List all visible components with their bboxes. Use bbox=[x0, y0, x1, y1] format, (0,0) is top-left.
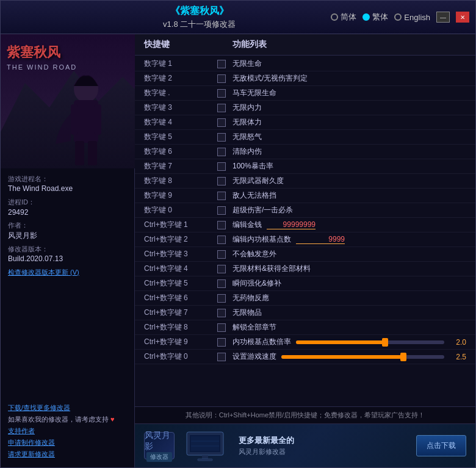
banner-logo-text: 风灵月影 bbox=[145, 430, 174, 452]
svg-rect-6 bbox=[75, 141, 84, 165]
hotkey-row: Ctrl+数字键 6无药物反應 bbox=[135, 291, 475, 306]
hotkey-func: 无药物反應 bbox=[233, 293, 466, 303]
hotkey-check bbox=[217, 309, 233, 317]
hotkey-func-label: 无限体力 bbox=[233, 117, 262, 128]
hotkey-func-label: 无限内力 bbox=[233, 103, 262, 113]
hotkey-check bbox=[217, 118, 233, 127]
hotkey-checkbox[interactable] bbox=[217, 104, 226, 112]
hotkey-checkbox[interactable] bbox=[217, 221, 226, 229]
process-label: 游戏进程名： bbox=[8, 175, 127, 184]
hotkey-func-label: 解锁全部章节 bbox=[233, 322, 276, 333]
title-right: 简体 繁体 English — ✕ bbox=[331, 12, 469, 23]
author-info: 作者： 风灵月影 bbox=[8, 221, 127, 240]
hotkey-check bbox=[217, 323, 233, 332]
hotkey-key: Ctrl+数字键 5 bbox=[144, 278, 217, 289]
title-bar: 《紫塞秋风》 v1.8 二十一项修改器 简体 繁体 English — ✕ bbox=[1, 1, 475, 34]
author-label: 作者： bbox=[8, 221, 127, 230]
download-link[interactable]: 下载/查找更多修改器 bbox=[8, 403, 127, 412]
hotkey-checkbox[interactable] bbox=[217, 236, 226, 244]
hotkey-check bbox=[217, 236, 233, 244]
hotkey-check bbox=[217, 279, 233, 288]
hotkey-row: Ctrl+数字键 1编辑金钱 bbox=[135, 218, 475, 232]
hotkey-func: 解锁全部章节 bbox=[233, 322, 466, 333]
hotkey-checkbox[interactable] bbox=[217, 353, 226, 361]
hotkey-input[interactable] bbox=[267, 220, 316, 229]
hotkey-header: 快捷键 功能列表 bbox=[135, 34, 475, 56]
banner-logo: 风灵月影 修改器 bbox=[144, 432, 175, 459]
lang-simplified[interactable]: 简体 bbox=[331, 12, 356, 23]
hotkey-checkbox[interactable] bbox=[217, 74, 226, 83]
svg-rect-14 bbox=[198, 459, 212, 461]
hotkey-key: Ctrl+数字键 3 bbox=[144, 249, 217, 259]
slider-thumb[interactable] bbox=[400, 353, 406, 361]
hotkey-checkbox[interactable] bbox=[217, 309, 226, 317]
support-link[interactable]: 支持作者 bbox=[8, 427, 127, 436]
request-link[interactable]: 申请制作修改器 bbox=[8, 438, 127, 447]
hotkey-checkbox[interactable] bbox=[217, 338, 226, 347]
hotkey-checkbox[interactable] bbox=[217, 162, 226, 171]
hotkey-key: 数字键 . bbox=[144, 88, 217, 98]
hotkey-checkbox[interactable] bbox=[217, 265, 226, 273]
hotkey-check bbox=[217, 353, 233, 361]
lang-english[interactable]: English bbox=[394, 13, 430, 22]
hotkey-checkbox[interactable] bbox=[217, 250, 226, 259]
hotkey-checkbox[interactable] bbox=[217, 294, 226, 303]
hotkey-row: 数字键 9敌人无法格挡 bbox=[135, 189, 475, 203]
banner-pc-icon bbox=[181, 429, 229, 463]
hotkey-checkbox[interactable] bbox=[217, 133, 226, 142]
hotkey-row: 数字键 2无敌模式/无视伤害判定 bbox=[135, 71, 475, 86]
hotkey-key: Ctrl+数字键 0 bbox=[144, 351, 217, 362]
lang-traditional[interactable]: 繁体 bbox=[362, 12, 388, 23]
hotkey-func: 无限生命 bbox=[233, 59, 466, 69]
hotkey-checkbox[interactable] bbox=[217, 89, 226, 98]
hotkey-func-label: 无药物反應 bbox=[233, 293, 269, 303]
banner-subtitle: 风灵月影修改器 bbox=[239, 447, 407, 456]
lang-traditional-label: 繁体 bbox=[372, 12, 388, 23]
hotkey-row: Ctrl+数字键 0设置游戏速度2.5 bbox=[135, 350, 475, 364]
hotkey-key: 数字键 7 bbox=[144, 161, 217, 171]
hotkey-checkbox[interactable] bbox=[217, 279, 226, 288]
hotkey-checkbox[interactable] bbox=[217, 148, 226, 156]
minimize-button[interactable]: — bbox=[436, 12, 450, 23]
hotkey-row: Ctrl+数字键 8解锁全部章节 bbox=[135, 320, 475, 335]
hotkey-row: Ctrl+数字键 7无限物品 bbox=[135, 306, 475, 320]
hotkey-check bbox=[217, 148, 233, 156]
hotkey-checkbox[interactable] bbox=[217, 192, 226, 200]
radio-simplified bbox=[331, 13, 338, 21]
hotkey-key: 数字键 2 bbox=[144, 73, 217, 84]
update-link[interactable]: 请求更新修改器 bbox=[8, 450, 127, 459]
hotkey-row: 数字键 1无限生命 bbox=[135, 57, 475, 71]
close-button[interactable]: ✕ bbox=[456, 12, 469, 23]
header-func-col: 功能列表 bbox=[233, 39, 466, 50]
hotkey-checkbox[interactable] bbox=[217, 60, 226, 68]
check-update-link[interactable]: 检查修改器版本更新 (V) bbox=[8, 268, 127, 277]
hotkey-checkbox[interactable] bbox=[217, 206, 226, 215]
slider-track[interactable] bbox=[296, 340, 444, 344]
hotkey-checkbox[interactable] bbox=[217, 118, 226, 127]
hotkey-check bbox=[217, 89, 233, 98]
slider-container: 2.0 bbox=[296, 338, 466, 347]
hotkey-func: 设置游戏速度2.5 bbox=[233, 351, 466, 362]
author-value: 风灵月影 bbox=[8, 231, 127, 241]
version-value: Build.2020.07.13 bbox=[8, 254, 127, 264]
slider-thumb[interactable] bbox=[382, 338, 388, 347]
hotkey-func: 不会触发意外 bbox=[233, 249, 466, 259]
hotkey-func: 瞬间强化&修补 bbox=[233, 278, 466, 289]
hotkey-row: 数字键 5无限怒气 bbox=[135, 130, 475, 145]
hotkey-func: 敌人无法格挡 bbox=[233, 190, 466, 201]
process-value: The Wind Road.exe bbox=[8, 184, 127, 194]
hotkey-checkbox[interactable] bbox=[217, 177, 226, 185]
hotkey-key: Ctrl+数字键 9 bbox=[144, 337, 217, 347]
app-window: 《紫塞秋风》 v1.8 二十一项修改器 简体 繁体 English — ✕ bbox=[0, 0, 476, 468]
hotkey-key: 数字键 5 bbox=[144, 132, 217, 142]
hotkey-func: 无敌模式/无视伤害判定 bbox=[233, 73, 466, 84]
heart-icon: ♥ bbox=[110, 416, 115, 423]
hotkey-checkbox[interactable] bbox=[217, 323, 226, 332]
hotkey-func-label: 无限材料&获得全部材料 bbox=[233, 264, 311, 274]
hotkey-input[interactable] bbox=[296, 235, 345, 244]
hotkey-func-label: 无敌模式/无视伤害判定 bbox=[233, 73, 308, 84]
banner-download-button[interactable]: 点击下载 bbox=[416, 435, 466, 456]
hotkey-func-label: 无限生命 bbox=[233, 59, 262, 69]
hotkey-check bbox=[217, 133, 233, 142]
slider-track[interactable] bbox=[281, 355, 444, 359]
